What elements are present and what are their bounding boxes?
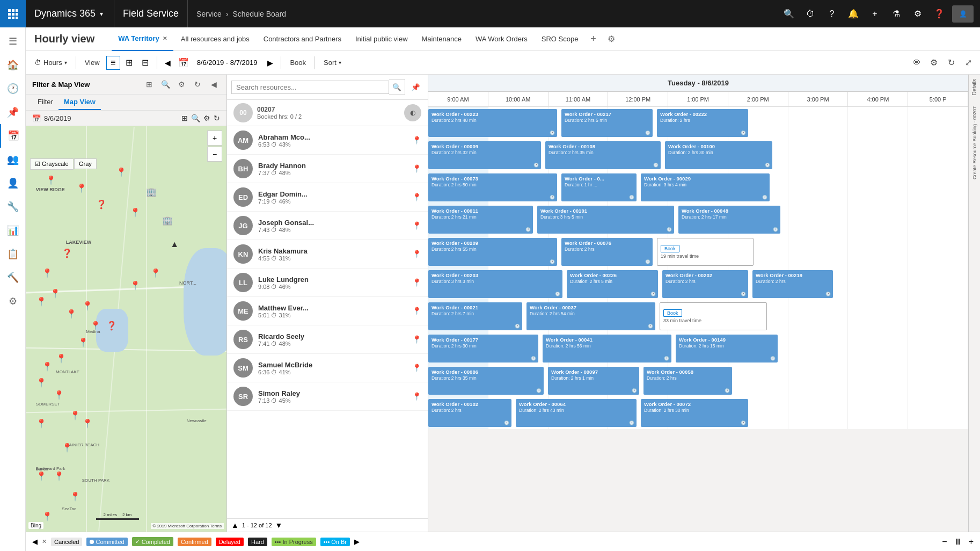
nav-person[interactable]: 👤 xyxy=(0,171,26,195)
refresh-button[interactable]: ↻ xyxy=(944,55,959,70)
nav-wrench[interactable]: 🔨 xyxy=(0,266,26,289)
tab-maintenance[interactable]: Maintenance xyxy=(415,27,468,51)
work-order-block[interactable]: Work Order - 00102Duration: 2 hrs🕐 xyxy=(428,399,511,427)
tab-wa-work-orders[interactable]: WA Work Orders xyxy=(469,27,534,51)
nav-home[interactable]: ☰ xyxy=(0,30,26,53)
nav-chart[interactable]: 📊 xyxy=(0,219,26,242)
zoom-out-button[interactable]: − xyxy=(942,537,947,547)
nav-people[interactable]: 👥 xyxy=(0,148,26,171)
work-order-block[interactable]: Work Order - 00203Duration: 3 hrs 3 min🕐 xyxy=(428,270,562,298)
work-order-block[interactable]: Work Order - 00209Duration: 2 hrs 55 min… xyxy=(428,238,557,266)
map-grid-icon[interactable]: ⊞ xyxy=(181,114,188,122)
work-order-block[interactable]: Work Order - 00177Duration: 2 hrs 30 min… xyxy=(428,335,538,363)
work-order-block[interactable]: Work Order - 00072Duration: 2 hrs 30 min… xyxy=(641,399,748,427)
tab-sro-scope[interactable]: SRO Scope xyxy=(535,27,585,51)
work-order-block[interactable]: Work Order - 00100Duration: 2 hrs 30 min… xyxy=(665,141,772,169)
gray-button[interactable]: Gray xyxy=(74,158,97,169)
resource-item[interactable]: AM Abraham Mco... 6:53 ⏱ 43% 📍 xyxy=(227,126,428,155)
nav-settings2[interactable]: ⚙ xyxy=(0,289,26,313)
resource-item[interactable]: KN Kris Nakamura 4:55 ⏱ 31% 📍 xyxy=(227,240,428,269)
work-order-block[interactable]: Work Order - 00037Duration: 2 hrs 54 min… xyxy=(526,302,655,330)
visibility-toggle[interactable]: 👁 xyxy=(909,55,924,70)
settings-icon[interactable]: ⚙ xyxy=(909,5,926,23)
work-order-block[interactable]: Work Order - 00149Duration: 2 hrs 15 min… xyxy=(676,335,778,363)
tab-wa-territory[interactable]: WA Territory ✕ xyxy=(112,27,173,51)
help-icon[interactable]: ? xyxy=(823,5,840,23)
nav-schedule[interactable]: 📅 xyxy=(0,124,26,148)
resource-item[interactable]: LL Luke Lundgren 9:08 ⏱ 46% 📍 xyxy=(227,269,428,297)
tab-settings-button[interactable]: ⚙ xyxy=(604,32,619,47)
book-inline-btn[interactable]: Book xyxy=(661,245,679,252)
resource-item[interactable]: SM Samuel McBride 6:36 ⏱ 41% 📍 xyxy=(227,354,428,382)
work-order-block[interactable]: Work Order - 00076Duration: 2 hrs🕐 xyxy=(561,238,653,266)
filter-refresh-icon[interactable]: ↻ xyxy=(191,78,204,91)
nav-tools[interactable]: 🔧 xyxy=(0,195,26,219)
map-refresh-icon[interactable]: ↻ xyxy=(214,114,220,122)
filter-gear-icon[interactable]: ⚙ xyxy=(175,78,188,91)
booked-toggle[interactable]: ◐ xyxy=(404,104,421,121)
work-order-block[interactable]: Work Order - 00009Duration: 2 hrs 32 min… xyxy=(428,141,541,169)
resource-item[interactable]: RS Ricardo Seely 7:41 ⏱ 48% 📍 xyxy=(227,325,428,354)
work-order-block[interactable]: Work Order - 00217Duration: 2 hrs 5 min🕐 xyxy=(561,109,653,137)
resource-item[interactable]: ME Matthew Ever... 5:01 ⏱ 31% 📍 xyxy=(227,297,428,325)
work-order-block[interactable]: Work Order - 00086Duration: 2 hrs 35 min… xyxy=(428,367,544,395)
work-order-block[interactable]: Work Order - 00223Duration: 2 hrs 48 min… xyxy=(428,109,557,137)
map-container[interactable]: VIEW RIDGE LAKEVIEW NORT... Medina MONTL… xyxy=(26,126,226,532)
nav-recent[interactable]: 🕐 xyxy=(0,77,26,100)
resource-item[interactable]: JG Joseph Gonsal... 7:43 ⏱ 48% 📍 xyxy=(227,212,428,240)
work-order-block[interactable]: Work Order - 00226Duration: 2 hrs 5 min🕐 xyxy=(567,270,658,298)
map-settings-icon[interactable]: ⚙ xyxy=(203,114,210,122)
map-zoom-out[interactable]: − xyxy=(207,147,222,162)
map-zoom-in[interactable]: + xyxy=(207,130,222,146)
next-date-button[interactable]: ▶ xyxy=(264,56,276,69)
filter-icon[interactable]: ⚗ xyxy=(888,5,905,23)
prev-date-button[interactable]: ◀ xyxy=(162,56,174,69)
sort-button[interactable]: Sort ▾ xyxy=(319,56,346,69)
add-tab-button[interactable]: + xyxy=(586,32,601,47)
search-icon[interactable]: 🔍 xyxy=(780,5,798,23)
work-order-block[interactable]: Work Order - 00108Duration: 2 hrs 35 min… xyxy=(545,141,661,169)
status-next[interactable]: ▶ xyxy=(354,538,360,546)
search-submit-button[interactable]: 🔍 xyxy=(389,79,405,95)
work-order-block[interactable]: Work Order - 00048Duration: 2 hrs 17 min… xyxy=(678,206,780,234)
expand-button[interactable]: ⤢ xyxy=(961,55,976,70)
calendar-icon[interactable]: 📅 xyxy=(177,56,191,70)
work-order-block[interactable]: Work Order - 00011Duration: 2 hrs 21 min… xyxy=(428,206,533,234)
resource-next[interactable]: ▼ xyxy=(275,521,283,530)
split-view-icon[interactable]: ⊞ xyxy=(122,56,136,70)
user-avatar[interactable]: 👤 xyxy=(952,5,974,23)
work-order-block[interactable]: Work Order - 00219Duration: 2 hrs🕐 xyxy=(752,270,833,298)
resource-item[interactable]: BH Brady Hannon 7:37 ⏱ 48% 📍 xyxy=(227,155,428,183)
work-order-block[interactable]: Work Order - 00222Duration: 2 hrs🕐 xyxy=(657,109,748,137)
question-icon[interactable]: ❓ xyxy=(931,5,948,23)
plus-icon[interactable]: + xyxy=(866,5,883,23)
resource-prev[interactable]: ▲ xyxy=(231,521,239,530)
work-order-block[interactable]: Work Order - 00029Duration: 3 hrs 4 min🕐 xyxy=(641,173,770,201)
tab-contractors[interactable]: Contractors and Partners xyxy=(257,27,348,51)
resource-item[interactable]: ED Edgar Domin... 7:19 ⏱ 46% 📍 xyxy=(227,183,428,212)
work-order-block[interactable]: Work Order - 00097Duration: 2 hrs 1 min🕐 xyxy=(548,367,639,395)
work-order-block[interactable]: Work Order - 00021Duration: 2 hrs 7 min🕐 xyxy=(428,302,522,330)
tab-initial-public[interactable]: Initial public view xyxy=(349,27,414,51)
apps-button[interactable] xyxy=(0,0,26,27)
work-order-block[interactable]: Work Order - 00202Duration: 2 hrs🕐 xyxy=(662,270,748,298)
work-order-block[interactable]: Work Order - 00058Duration: 2 hrs🕐 xyxy=(643,367,732,395)
status-prev[interactable]: ◀ xyxy=(32,538,38,546)
filter-tab-mapview[interactable]: Map View xyxy=(58,95,101,110)
filter-search-icon[interactable]: 🔍 xyxy=(159,78,172,91)
nav-pinned[interactable]: 📌 xyxy=(0,100,26,124)
filter-collapse-icon[interactable]: ◀ xyxy=(207,78,220,91)
work-order-block[interactable]: Work Order - 00101Duration: 3 hrs 5 min🕐 xyxy=(537,206,674,234)
grid-settings-icon[interactable]: ⚙ xyxy=(926,55,941,70)
work-order-block[interactable]: Work Order - 00073Duration: 2 hrs 50 min… xyxy=(428,173,557,201)
hours-button[interactable]: ⏱ Hours ▾ xyxy=(30,56,71,69)
nav-list[interactable]: 📋 xyxy=(0,242,26,266)
details-sidebar[interactable]: Details Create Resource Booking - 00207 xyxy=(968,75,980,532)
work-order-block[interactable]: Work Order - 00064Duration: 2 hrs 43 min… xyxy=(516,399,637,427)
tab-all-resources[interactable]: All resources and jobs xyxy=(174,27,256,51)
book-button[interactable]: Book xyxy=(286,56,310,69)
filter-grid-icon[interactable]: ⊞ xyxy=(143,78,156,91)
nav-dashboard[interactable]: 🏠 xyxy=(0,53,26,77)
calendar-small-icon[interactable]: 📅 xyxy=(32,114,41,122)
work-order-block[interactable]: Work Order - 0...Duration: 1 hr ...🕐 xyxy=(561,173,637,201)
